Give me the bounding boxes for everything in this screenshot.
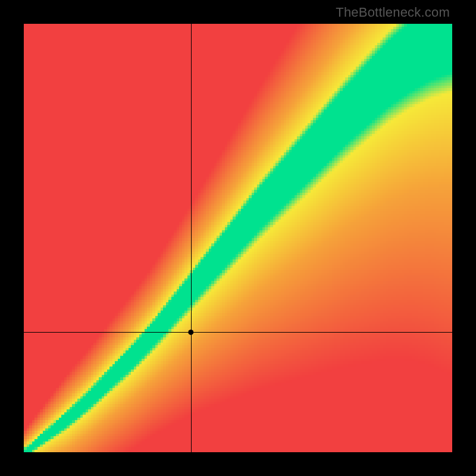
heatmap-canvas (24, 24, 452, 452)
watermark-text: TheBottleneck.com (336, 5, 450, 20)
chart-container: TheBottleneck.com (0, 0, 476, 476)
heatmap-plot (24, 24, 452, 452)
